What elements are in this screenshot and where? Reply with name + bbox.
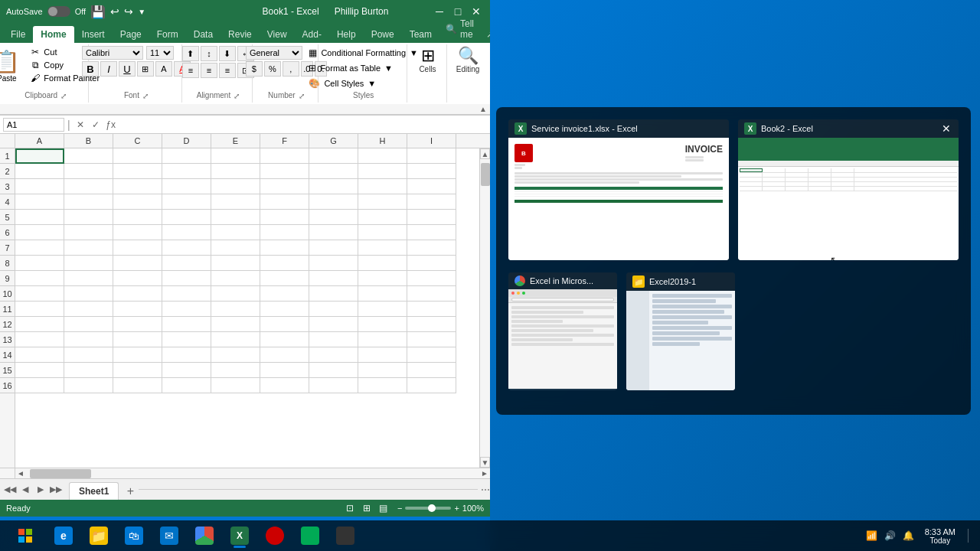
- show-desktop-button[interactable]: [968, 529, 974, 543]
- undo-icon[interactable]: ↩: [110, 5, 119, 18]
- alignment-expand[interactable]: ⤢: [234, 92, 240, 100]
- task-close-book2[interactable]: ✕: [940, 122, 952, 135]
- col-header-g[interactable]: G: [309, 134, 358, 148]
- col-header-e[interactable]: E: [211, 134, 260, 148]
- col-header-c[interactable]: C: [113, 134, 162, 148]
- tab-view[interactable]: View: [260, 26, 295, 43]
- taskbar-store[interactable]: 🛍: [118, 522, 150, 549]
- row-header-6[interactable]: 6: [0, 225, 15, 240]
- tab-file[interactable]: File: [3, 26, 33, 43]
- tab-data[interactable]: Data: [186, 26, 220, 43]
- font-size-select[interactable]: 11: [146, 46, 174, 60]
- cancel-formula-button[interactable]: ✕: [74, 118, 87, 132]
- zoom-in-button[interactable]: +: [454, 504, 459, 513]
- ribbon-collapse-bar[interactable]: ▲: [0, 104, 490, 115]
- sheet-nav-prev[interactable]: ◀: [18, 483, 32, 497]
- row-header-5[interactable]: 5: [0, 210, 15, 225]
- row-header-1[interactable]: 1: [0, 148, 15, 164]
- scroll-down-button[interactable]: ▼: [480, 457, 490, 468]
- taskbar-mail[interactable]: ✉: [153, 522, 185, 549]
- tab-team[interactable]: Team: [402, 26, 439, 43]
- align-top-button[interactable]: ⬆: [182, 46, 199, 61]
- font-expand[interactable]: ⤢: [142, 92, 149, 100]
- row-header-12[interactable]: 12: [0, 317, 15, 332]
- select-all-button[interactable]: [0, 134, 15, 148]
- task-item-book2[interactable]: X Book2 - Excel ✕ ↖: [738, 119, 959, 260]
- cell-d1[interactable]: [162, 148, 211, 164]
- col-header-h[interactable]: H: [358, 134, 407, 148]
- tab-page[interactable]: Page: [113, 26, 149, 43]
- tab-help[interactable]: Help: [329, 26, 364, 43]
- tab-power[interactable]: Powe: [364, 26, 402, 43]
- scroll-up-button[interactable]: ▲: [480, 148, 490, 159]
- taskbar-excel[interactable]: X: [224, 522, 256, 549]
- tab-review[interactable]: Revie: [220, 26, 260, 43]
- confirm-formula-button[interactable]: ✓: [89, 118, 103, 132]
- row-header-7[interactable]: 7: [0, 240, 15, 256]
- taskbar-edge[interactable]: e: [47, 522, 80, 549]
- taskbar-chrome[interactable]: [188, 522, 220, 549]
- tab-form[interactable]: Form: [149, 26, 186, 43]
- scroll-right-button[interactable]: ►: [479, 468, 490, 478]
- row-header-2[interactable]: 2: [0, 164, 15, 179]
- row-header-10[interactable]: 10: [0, 286, 15, 302]
- formula-input[interactable]: [121, 118, 487, 132]
- cell-f1[interactable]: [260, 148, 309, 164]
- page-break-button[interactable]: ▤: [376, 502, 391, 514]
- col-header-d[interactable]: D: [162, 134, 211, 148]
- currency-button[interactable]: $: [246, 61, 263, 77]
- tab-home[interactable]: Home: [33, 26, 74, 43]
- tell-me-button[interactable]: 🔍 Tell me: [439, 15, 480, 43]
- scroll-left-button[interactable]: ◄: [15, 468, 26, 478]
- zoom-slider[interactable]: [405, 507, 451, 510]
- notification-tray-icon[interactable]: 🔔: [902, 529, 916, 543]
- scroll-track[interactable]: [480, 159, 490, 457]
- h-scroll-thumb[interactable]: [30, 469, 91, 478]
- cell-c1[interactable]: [113, 148, 162, 164]
- cell-g1[interactable]: [309, 148, 358, 164]
- tab-insert[interactable]: Insert: [74, 26, 113, 43]
- taskbar-app-red[interactable]: [259, 522, 291, 549]
- row-header-11[interactable]: 11: [0, 302, 15, 317]
- autosave-toggle[interactable]: [47, 6, 70, 17]
- insert-function-button[interactable]: ƒx: [104, 118, 118, 132]
- horizontal-scrollbar[interactable]: ◄ ►: [15, 468, 490, 478]
- sheet-more-button[interactable]: ⋯: [481, 484, 490, 495]
- zoom-out-button[interactable]: −: [397, 504, 402, 513]
- col-header-b[interactable]: B: [64, 134, 113, 148]
- network-tray-icon[interactable]: 📶: [865, 529, 879, 543]
- volume-tray-icon[interactable]: 🔊: [884, 529, 897, 543]
- save-icon[interactable]: 💾: [90, 5, 106, 19]
- align-center-button[interactable]: ≡: [201, 63, 217, 78]
- cell-e1[interactable]: [211, 148, 260, 164]
- normal-view-button[interactable]: ⊡: [342, 502, 358, 514]
- task-item-folder[interactable]: 📁 Excel2019-1: [626, 272, 735, 390]
- conditional-formatting-button[interactable]: ▦ Conditional Formatting ▼: [305, 46, 421, 60]
- align-bottom-button[interactable]: ⬇: [219, 46, 236, 61]
- row-header-13[interactable]: 13: [0, 332, 15, 347]
- taskbar-app-dark[interactable]: [329, 522, 361, 549]
- align-middle-button[interactable]: ↕: [201, 46, 217, 61]
- col-header-i[interactable]: I: [407, 134, 456, 148]
- start-button[interactable]: [6, 529, 44, 543]
- vertical-scrollbar[interactable]: ▲ ▼: [479, 148, 490, 468]
- taskbar-clock[interactable]: 8:33 AM Today: [919, 527, 962, 545]
- number-expand[interactable]: ⤢: [299, 92, 305, 100]
- cell-h1[interactable]: [358, 148, 407, 164]
- page-layout-button[interactable]: ⊞: [359, 502, 374, 514]
- sheet-nav-next[interactable]: ▶: [34, 483, 47, 497]
- borders-button[interactable]: ⊞: [137, 61, 154, 77]
- cell-i1[interactable]: [407, 148, 456, 164]
- taskbar-explorer[interactable]: 📁: [83, 522, 115, 549]
- font-family-select[interactable]: Calibri: [82, 46, 143, 60]
- h-scroll-track[interactable]: [26, 468, 479, 478]
- cell-reference-input[interactable]: [3, 118, 64, 132]
- cell-styles-button[interactable]: 🎨 Cell Styles ▼: [305, 77, 379, 90]
- percent-button[interactable]: %: [264, 61, 281, 77]
- sheet-nav-first[interactable]: ◀◀: [3, 483, 17, 497]
- underline-button[interactable]: U: [119, 61, 136, 77]
- cells-button[interactable]: ⊞ Cells: [414, 46, 442, 75]
- tab-add[interactable]: Add-: [295, 26, 329, 43]
- redo-icon[interactable]: ↪: [124, 5, 133, 18]
- task-item-service-invoice[interactable]: X Service invoice1.xlsx - Excel B: [508, 119, 729, 260]
